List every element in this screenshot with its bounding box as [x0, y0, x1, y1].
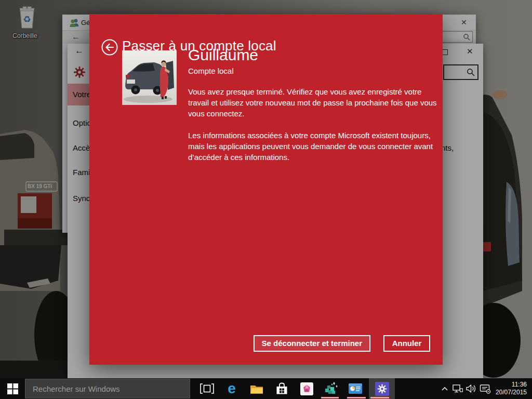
- store-icon: [275, 382, 288, 395]
- blue-app-button[interactable]: [345, 378, 366, 399]
- account-name: Guillaume: [188, 46, 258, 64]
- settings-icon: [375, 382, 389, 396]
- store-button[interactable]: [271, 378, 292, 399]
- sign-out-and-finish-button[interactable]: Se déconnecter et terminer: [254, 335, 370, 352]
- volume-icon: [466, 384, 476, 393]
- running-indicator: [347, 397, 366, 398]
- volume-tray-button[interactable]: [464, 378, 478, 399]
- file-explorer-icon: [250, 383, 263, 394]
- account-picture: [122, 50, 177, 105]
- taskbar-search-box[interactable]: [25, 379, 190, 398]
- teal-app-icon: [323, 381, 338, 396]
- running-indicator: [370, 397, 389, 398]
- dialog-paragraph-1: Vous avez presque terminé. Vérifiez que …: [188, 86, 444, 119]
- pink-app-button[interactable]: [296, 378, 317, 399]
- teal-app-button[interactable]: [320, 378, 341, 399]
- edge-icon: e: [228, 380, 236, 397]
- blue-app-icon: [349, 383, 362, 394]
- edge-button[interactable]: e: [221, 378, 242, 399]
- file-explorer-button[interactable]: [246, 378, 267, 399]
- tray-expand-button[interactable]: [439, 378, 450, 399]
- dialog-paragraph-2: Les informations associées à votre compt…: [188, 130, 444, 163]
- task-view-button[interactable]: [196, 378, 217, 399]
- screen: BX 19 GTi ♻ Corbeille Gé ✕ ←: [0, 0, 532, 399]
- clock-date: 20/07/2015: [490, 389, 527, 396]
- clock-time: 11:36: [490, 381, 527, 389]
- action-center-icon: [480, 384, 491, 394]
- network-icon: [453, 384, 463, 393]
- account-type: Compte local: [188, 66, 234, 75]
- network-tray-button[interactable]: [451, 378, 464, 399]
- start-icon: [7, 383, 18, 394]
- search-input[interactable]: [25, 379, 190, 398]
- taskbar-clock[interactable]: 11:36 20/07/2015: [490, 381, 527, 396]
- task-view-icon: [200, 383, 214, 394]
- taskbar: e: [0, 378, 532, 399]
- start-button[interactable]: [0, 378, 25, 399]
- back-arrow-circle-icon[interactable]: [101, 38, 118, 56]
- pink-app-icon: [300, 382, 313, 395]
- settings-app-button[interactable]: [369, 378, 395, 399]
- switch-local-account-dialog: Passer à un compte local Guillaume Comp: [89, 14, 443, 365]
- dialog-buttons: Se déconnecter et terminer Annuler: [254, 335, 430, 352]
- chevron-up-icon: [441, 385, 448, 392]
- cancel-button[interactable]: Annuler: [383, 335, 430, 352]
- running-indicator: [321, 397, 339, 398]
